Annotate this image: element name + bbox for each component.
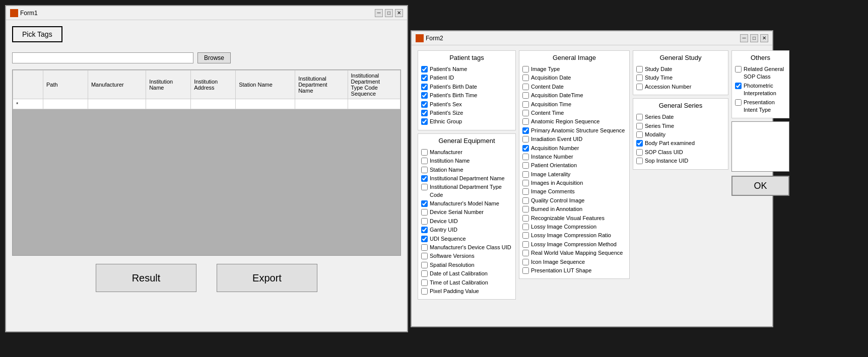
chk-presentation-intent[interactable] (735, 99, 742, 106)
form1-controls: ─ □ ✕ (375, 9, 403, 17)
chk-irrad-event[interactable] (522, 136, 529, 142)
chk-model-name[interactable] (421, 200, 428, 207)
result-button[interactable]: Result (96, 264, 196, 292)
chk-image-comments[interactable] (522, 188, 529, 195)
chk-device-uid[interactable] (421, 218, 428, 225)
tag-institution-name: Institution Name (421, 157, 512, 165)
chk-content-time[interactable] (522, 110, 529, 116)
chk-lossy-method[interactable] (522, 241, 529, 248)
table-empty-area (13, 109, 400, 255)
tag-images-in-acq: Images in Acquisition (522, 179, 626, 187)
browse-row: Browse (12, 52, 401, 63)
chk-date-calib[interactable] (421, 270, 428, 277)
tag-inst-dept-name: Institutional Department Name (421, 175, 512, 182)
chk-body-part[interactable] (636, 140, 643, 147)
form2-body: Patient tags Patient's Name Patient ID P… (412, 45, 772, 305)
ok-button[interactable]: OK (731, 176, 789, 196)
form2-minimize-btn[interactable]: ─ (740, 34, 748, 42)
chk-series-date[interactable] (636, 114, 643, 120)
chk-instance-number[interactable] (522, 154, 529, 160)
chk-patient-id[interactable] (421, 75, 428, 81)
chk-dev-class-uid[interactable] (421, 244, 428, 251)
chk-sw-versions[interactable] (421, 253, 428, 259)
form1-body: Pick Tags Browse Path Manufacturer Insti… (6, 20, 407, 298)
chk-accession-number[interactable] (636, 84, 643, 90)
chk-gantry-uid[interactable] (421, 227, 428, 233)
chk-time-calib[interactable] (421, 279, 428, 286)
form2-controls: ─ □ ✕ (740, 34, 768, 42)
chk-sop-instance-uid[interactable] (636, 158, 643, 164)
chk-patient-orientation[interactable] (522, 162, 529, 169)
chk-acq-datetime[interactable] (522, 92, 529, 99)
pick-tags-button[interactable]: Pick Tags (12, 26, 62, 42)
chk-udi-seq[interactable] (421, 236, 428, 242)
chk-icon-image[interactable] (522, 259, 529, 265)
chk-lossy-comp[interactable] (522, 224, 529, 230)
form1-title-text: Form1 (20, 10, 38, 17)
tag-acq-time: Acquisition Time (522, 101, 626, 108)
chk-recognizable[interactable] (522, 215, 529, 222)
chk-acq-time[interactable] (522, 101, 529, 108)
chk-inst-dept-name[interactable] (421, 175, 428, 182)
chk-size[interactable] (421, 110, 428, 116)
chk-lossy-ratio[interactable] (522, 232, 529, 239)
chk-station-name[interactable] (421, 167, 428, 173)
chk-burned-annotation[interactable] (522, 206, 529, 212)
tag-content-time: Content Time (522, 109, 626, 117)
chk-patients-name[interactable] (421, 66, 428, 73)
chk-study-time[interactable] (636, 75, 643, 81)
chk-rwv-mapping[interactable] (522, 250, 529, 256)
chk-ethnic-group[interactable] (421, 118, 428, 125)
chk-primary-anat[interactable] (522, 127, 529, 134)
chk-anat-region[interactable] (522, 118, 529, 125)
chk-quality-control[interactable] (522, 197, 529, 204)
chk-sop-class-uid[interactable] (636, 149, 643, 156)
chk-acq-number[interactable] (522, 145, 529, 152)
col-dept-type: InstitutionalDepartmentType CodeSequence (348, 70, 400, 99)
tag-image-type: Image Type (522, 65, 626, 73)
tag-udi-seq: UDI Sequence (421, 235, 512, 243)
chk-images-in-acq[interactable] (522, 180, 529, 186)
form2-close-btn[interactable]: ✕ (760, 34, 768, 42)
general-study-group: General Study Study Date Study Time Acce… (633, 50, 728, 95)
tag-patients-name: Patient's Name (421, 65, 512, 73)
chk-acq-date[interactable] (522, 75, 529, 81)
tag-instance-number: Instance Number (522, 153, 626, 161)
form2-titlebar: Form2 ─ □ ✕ (412, 31, 772, 45)
chk-birth-time[interactable] (421, 92, 428, 99)
chk-study-date[interactable] (636, 66, 643, 73)
general-study-title: General Study (636, 54, 725, 61)
chk-spatial-res[interactable] (421, 262, 428, 268)
chk-series-time[interactable] (636, 123, 643, 129)
chk-photometric[interactable] (735, 83, 742, 89)
form1-maximize-btn[interactable]: □ (385, 9, 393, 17)
horizontal-scrollbar[interactable] (13, 255, 400, 256)
form1-close-btn[interactable]: ✕ (395, 9, 403, 17)
chk-pixel-padding[interactable] (421, 288, 428, 295)
chk-manufacturer[interactable] (421, 149, 428, 156)
chk-modality[interactable] (636, 131, 643, 138)
form2-maximize-btn[interactable]: □ (750, 34, 758, 42)
chk-content-date[interactable] (522, 84, 529, 90)
form1-minimize-btn[interactable]: ─ (375, 9, 383, 17)
chk-image-type[interactable] (522, 66, 529, 73)
chk-institution-name[interactable] (421, 158, 428, 164)
chk-presentation-lut[interactable] (522, 267, 529, 274)
tag-related-sop: Related General SOP Class (735, 65, 786, 81)
tag-device-uid: Device UID (421, 218, 512, 225)
table-row[interactable]: * (13, 99, 400, 109)
chk-related-sop[interactable] (735, 66, 742, 73)
chk-device-serial[interactable] (421, 209, 428, 216)
col-institution-address: InstitutionAddress (191, 70, 236, 99)
path-input[interactable] (12, 52, 193, 63)
tag-recognizable: Recognizable Visual Features (522, 215, 626, 222)
tag-spatial-res: Spatial Resolution (421, 261, 512, 269)
chk-birth-date[interactable] (421, 84, 428, 90)
chk-image-laterality[interactable] (522, 171, 529, 178)
export-button[interactable]: Export (217, 264, 317, 292)
chk-sex[interactable] (421, 101, 428, 108)
chk-inst-dept-type[interactable] (421, 184, 428, 190)
browse-button[interactable]: Browse (197, 52, 231, 63)
tag-quality-control: Quality Control Image (522, 197, 626, 204)
tag-ethnic-group: Ethnic Group (421, 118, 512, 125)
